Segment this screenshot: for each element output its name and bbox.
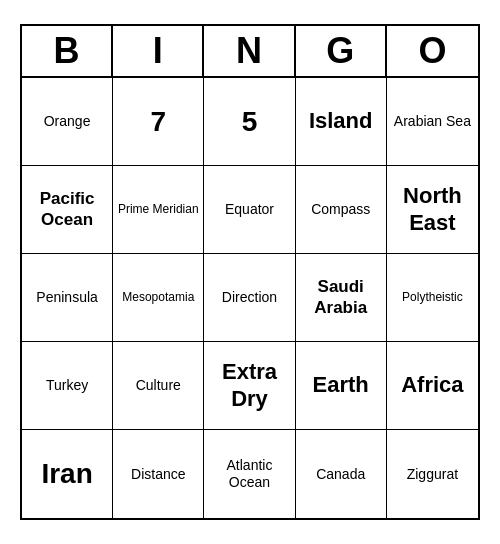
cell-4: Arabian Sea: [387, 78, 478, 166]
cell-1: 7: [113, 78, 204, 166]
cell-19: Africa: [387, 342, 478, 430]
cell-15: Turkey: [22, 342, 113, 430]
cell-5: Pacific Ocean: [22, 166, 113, 254]
header-n: N: [204, 26, 295, 76]
cell-6: Prime Meridian: [113, 166, 204, 254]
header-o: O: [387, 26, 478, 76]
cell-8: Compass: [296, 166, 387, 254]
bingo-header: B I N G O: [22, 26, 478, 78]
cell-21: Distance: [113, 430, 204, 518]
cell-11: Mesopotamia: [113, 254, 204, 342]
cell-22: Atlantic Ocean: [204, 430, 295, 518]
cell-23: Canada: [296, 430, 387, 518]
cell-17: Extra Dry: [204, 342, 295, 430]
header-i: I: [113, 26, 204, 76]
bingo-card: B I N G O Orange 7 5 Island Arabian Sea …: [20, 24, 480, 520]
bingo-grid: Orange 7 5 Island Arabian Sea Pacific Oc…: [22, 78, 478, 518]
cell-10: Peninsula: [22, 254, 113, 342]
header-g: G: [296, 26, 387, 76]
cell-24: Ziggurat: [387, 430, 478, 518]
cell-3: Island: [296, 78, 387, 166]
cell-13: Saudi Arabia: [296, 254, 387, 342]
cell-2: 5: [204, 78, 295, 166]
cell-14: Polytheistic: [387, 254, 478, 342]
cell-12: Direction: [204, 254, 295, 342]
header-b: B: [22, 26, 113, 76]
cell-18: Earth: [296, 342, 387, 430]
cell-9: North East: [387, 166, 478, 254]
cell-7: Equator: [204, 166, 295, 254]
cell-16: Culture: [113, 342, 204, 430]
cell-20: Iran: [22, 430, 113, 518]
cell-0: Orange: [22, 78, 113, 166]
